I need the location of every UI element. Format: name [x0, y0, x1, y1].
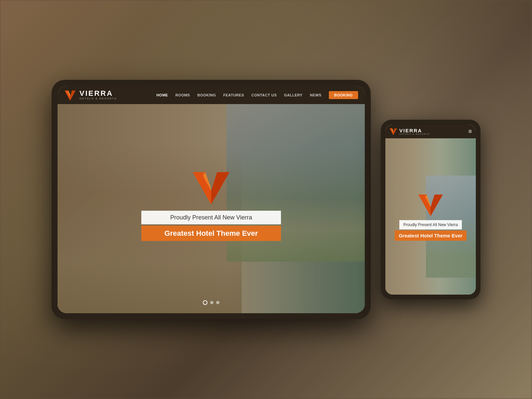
nav-features[interactable]: FEATURES — [223, 93, 244, 97]
mobile-hero-subtitle: Greatest Hotel Theme Ever — [395, 230, 466, 241]
svg-marker-10 — [393, 128, 397, 135]
hero-subtitle: Greatest Hotel Theme Ever — [141, 226, 281, 241]
mobile-screen: VIERRA HOTELS & RESORTS ≡ — [385, 124, 476, 295]
svg-marker-1 — [65, 90, 70, 100]
mobile-hero-title: Proudly Present All New Vierra — [399, 220, 462, 229]
mobile-logo-v-icon — [389, 127, 397, 135]
slider-dot-2[interactable] — [210, 301, 213, 304]
booking-button[interactable]: BOOKING — [329, 91, 358, 99]
svg-marker-13 — [418, 195, 431, 216]
hero-title: Proudly Present All New Vierra — [141, 211, 281, 224]
slider-dots — [203, 300, 219, 305]
tablet-device: VIERRA HOTELS & RESORTS HOME ROOMS BOOKI… — [52, 80, 371, 319]
logo-v-icon — [64, 89, 76, 101]
nav-contact[interactable]: CONTACT US — [251, 93, 277, 97]
brand-subtitle: HOTELS & RESORTS — [79, 97, 117, 100]
mobile-navbar: VIERRA HOTELS & RESORTS ≡ — [385, 124, 476, 138]
logo-text: VIERRA HOTELS & RESORTS — [79, 90, 117, 100]
hero-content: Proudly Present All New Vierra Greatest … — [141, 170, 281, 241]
svg-marker-2 — [70, 90, 75, 100]
mobile-brand-subtitle: HOTELS & RESORTS — [399, 133, 430, 135]
mobile-logo-area: VIERRA HOTELS & RESORTS — [389, 127, 468, 135]
main-container: VIERRA HOTELS & RESORTS HOME ROOMS BOOKI… — [52, 80, 480, 319]
brand-name: VIERRA — [79, 90, 117, 97]
logo-area: VIERRA HOTELS & RESORTS — [64, 89, 117, 101]
mobile-brand-name: VIERRA — [399, 128, 430, 133]
slider-dot-1[interactable] — [203, 300, 207, 305]
hamburger-icon[interactable]: ≡ — [468, 128, 472, 135]
nav-rooms[interactable]: ROOMS — [175, 93, 190, 97]
mobile-hero-content: Proudly Present All New Vierra Greatest … — [385, 138, 476, 295]
slider-dot-3[interactable] — [216, 301, 219, 304]
mobile-device: VIERRA HOTELS & RESORTS ≡ — [381, 120, 480, 299]
hero-v-icon — [191, 170, 231, 206]
nav-booking[interactable]: BOOKING — [197, 93, 216, 97]
mobile-logo-text: VIERRA HOTELS & RESORTS — [399, 128, 430, 135]
svg-marker-14 — [431, 195, 443, 216]
tablet-screen: VIERRA HOTELS & RESORTS HOME ROOMS BOOKI… — [58, 86, 365, 313]
svg-marker-5 — [193, 172, 211, 204]
svg-marker-6 — [211, 172, 229, 204]
nav-links: HOME ROOMS BOOKING FEATURES CONTACT US G… — [156, 91, 358, 99]
nav-news[interactable]: NEWS — [310, 93, 322, 97]
nav-gallery[interactable]: GALLERY — [284, 93, 303, 97]
mobile-hero-v-icon — [417, 193, 444, 217]
svg-marker-9 — [390, 128, 393, 135]
nav-home[interactable]: HOME — [156, 93, 168, 97]
tablet-navbar: VIERRA HOTELS & RESORTS HOME ROOMS BOOKI… — [58, 86, 365, 104]
